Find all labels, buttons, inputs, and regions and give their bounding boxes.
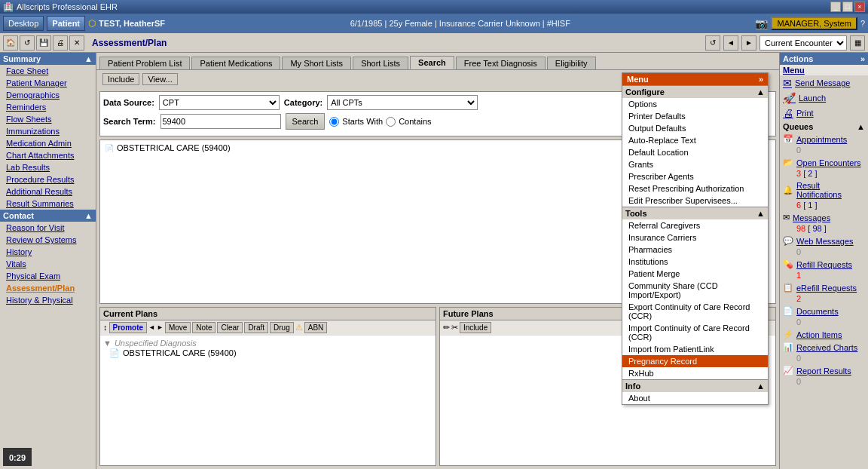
desktop-tab[interactable]: Desktop [3, 16, 44, 31]
tab-short-lists[interactable]: Short Lists [353, 57, 408, 69]
abn-button[interactable]: ABN [304, 322, 328, 333]
sidebar-item-reason-for-visit[interactable]: Reason for Visit [0, 222, 96, 234]
menu-export-ccr[interactable]: Export Continuity of Care Record (CCR) [622, 301, 768, 322]
clear-button[interactable]: Clear [217, 322, 243, 333]
menu-insurance-carriers[interactable]: Insurance Carriers [622, 231, 768, 244]
tab-eligibility[interactable]: Eligibility [547, 57, 596, 69]
nav-fwd-icon[interactable]: ► [741, 35, 756, 51]
tools-collapse-icon[interactable]: ▲ [756, 209, 765, 218]
sidebar-item-reminders[interactable]: Reminders [0, 101, 96, 113]
tab-search[interactable]: Search [410, 56, 454, 69]
title-bar-controls[interactable]: _ □ × [830, 2, 865, 12]
view-button[interactable]: View... [142, 73, 177, 85]
sidebar-item-medication-admin[interactable]: Medication Admin [0, 137, 96, 149]
drug-button[interactable]: Drug [270, 322, 294, 333]
actions-menu-link[interactable]: Menu [780, 65, 868, 75]
sidebar-item-demographics[interactable]: Demographics [0, 89, 96, 101]
promote-button[interactable]: Promote [109, 322, 148, 333]
contact-toggle[interactable]: ▲ [84, 211, 93, 220]
menu-options[interactable]: Options [622, 98, 768, 110]
menu-community-share[interactable]: Community Share (CCD Import/Export) [622, 280, 768, 301]
sidebar-item-vitals[interactable]: Vitals [0, 258, 96, 270]
menu-institutions[interactable]: Institutions [622, 256, 768, 268]
info-collapse-icon[interactable]: ▲ [756, 382, 765, 391]
queue-action-items[interactable]: ⚡ Action Items [780, 328, 868, 341]
tab-patient-medications[interactable]: Patient Medications [191, 57, 280, 69]
configure-section[interactable]: Configure ▲ [622, 85, 768, 98]
menu-pregnancy-record[interactable]: Pregnancy Record [622, 355, 768, 367]
move-button[interactable]: Move [165, 322, 191, 333]
home-icon[interactable]: 🏠 [3, 35, 18, 51]
sidebar-item-review-of-systems[interactable]: Review of Systems [0, 234, 96, 246]
sidebar-item-lab-results[interactable]: Lab Results [0, 161, 96, 173]
sidebar-item-result-summaries[interactable]: Result Summaries [0, 198, 96, 210]
search-term-input[interactable] [160, 114, 281, 129]
queue-result-notifications[interactable]: 🔔 Result Notifications [780, 179, 868, 201]
queue-messages[interactable]: ✉ Messages [780, 211, 868, 224]
menu-import-ccr[interactable]: Import Continuity of Care Record (CCR) [622, 322, 768, 343]
sidebar-item-assessment-plan[interactable]: Assessment/Plan [0, 282, 96, 294]
queue-open-encounters[interactable]: 📂 Open Encounters [780, 156, 868, 169]
sidebar-item-additional-results[interactable]: Additional Results [0, 185, 96, 198]
sidebar-item-patient-manager[interactable]: Patient Manager [0, 77, 96, 89]
queue-documents[interactable]: 📄 Documents [780, 305, 868, 317]
menu-reset-prescribing[interactable]: Reset Prescribing Authorization [622, 182, 768, 195]
contact-section-header[interactable]: Contact ▲ [0, 210, 96, 222]
menu-prescriber-agents[interactable]: Prescriber Agents [622, 170, 768, 182]
menu-import-patientlink[interactable]: Import from PatientLink [622, 343, 768, 355]
data-source-select[interactable]: CPT [159, 95, 280, 110]
close-btn[interactable]: × [854, 2, 865, 12]
note-button[interactable]: Note [192, 322, 215, 333]
menu-rxhub[interactable]: RxHub [622, 367, 768, 379]
menu-printer-defaults[interactable]: Printer Defaults [622, 110, 768, 122]
tab-free-text[interactable]: Free Text Diagnosis [456, 57, 546, 69]
queue-refill-requests[interactable]: 💊 Refill Requests [780, 258, 868, 271]
menu-pharmacies[interactable]: Pharmacies [622, 244, 768, 256]
sidebar-item-history-physical[interactable]: History & Physical [0, 294, 96, 306]
queues-collapse-icon[interactable]: ▲ [857, 122, 865, 131]
tools-section[interactable]: Tools ▲ [622, 207, 768, 219]
camera-icon[interactable]: 📷 [755, 17, 768, 29]
action-send-message[interactable]: ✉ Send Message [780, 75, 868, 90]
action-print[interactable]: 🖨 Print [780, 106, 868, 121]
sidebar-item-immunizations[interactable]: Immunizations [0, 125, 96, 137]
save-icon[interactable]: 💾 [36, 35, 51, 51]
expand-icon[interactable]: ▼ [103, 339, 112, 348]
refresh-icon[interactable]: ↺ [20, 35, 35, 51]
starts-with-radio[interactable] [329, 117, 339, 127]
queue-report-results[interactable]: 📈 Report Results [780, 364, 868, 377]
menu-expand-icon[interactable]: » [759, 75, 763, 84]
maximize-btn[interactable]: □ [842, 2, 853, 12]
refresh2-icon[interactable]: ↺ [705, 35, 720, 51]
summary-toggle[interactable]: ▲ [84, 54, 93, 63]
info-section[interactable]: Info ▲ [622, 379, 768, 392]
contains-radio[interactable] [386, 117, 396, 127]
close-icon[interactable]: ✕ [69, 35, 84, 51]
include-button[interactable]: Include [102, 73, 139, 85]
sidebar-item-chart-attachments[interactable]: Chart Attachments [0, 149, 96, 161]
category-select[interactable]: All CPTs [327, 95, 478, 110]
menu-auto-replace-text[interactable]: Auto-Replace Text [622, 134, 768, 146]
sidebar-item-procedure-results[interactable]: Procedure Results [0, 173, 96, 185]
grid-icon[interactable]: ▦ [850, 35, 865, 51]
queue-appointments[interactable]: 📅 Appointments [780, 133, 868, 146]
patient-tab[interactable]: Patient [47, 16, 85, 31]
menu-output-defaults[interactable]: Output Defaults [622, 122, 768, 134]
queue-web-messages[interactable]: 💬 Web Messages [780, 234, 868, 247]
tab-my-short-lists[interactable]: My Short Lists [282, 57, 351, 69]
menu-grants[interactable]: Grants [622, 158, 768, 170]
expand-actions-icon[interactable]: » [860, 54, 865, 63]
encounter-select[interactable]: Current Encounter [760, 35, 847, 51]
summary-section-header[interactable]: Summary ▲ [0, 53, 96, 65]
print-icon[interactable]: 🖨 [53, 35, 68, 51]
search-button[interactable]: Search [286, 113, 326, 130]
configure-collapse-icon[interactable]: ▲ [756, 87, 765, 97]
menu-about[interactable]: About [622, 392, 768, 404]
help-btn[interactable]: ? [860, 19, 865, 28]
sidebar-item-flow-sheets[interactable]: Flow Sheets [0, 113, 96, 125]
menu-default-location[interactable]: Default Location [622, 146, 768, 158]
menu-patient-merge[interactable]: Patient Merge [622, 268, 768, 280]
minimize-btn[interactable]: _ [830, 2, 841, 12]
manager-btn[interactable]: MANAGER, System [771, 17, 857, 30]
future-include-button[interactable]: Include [460, 322, 491, 333]
